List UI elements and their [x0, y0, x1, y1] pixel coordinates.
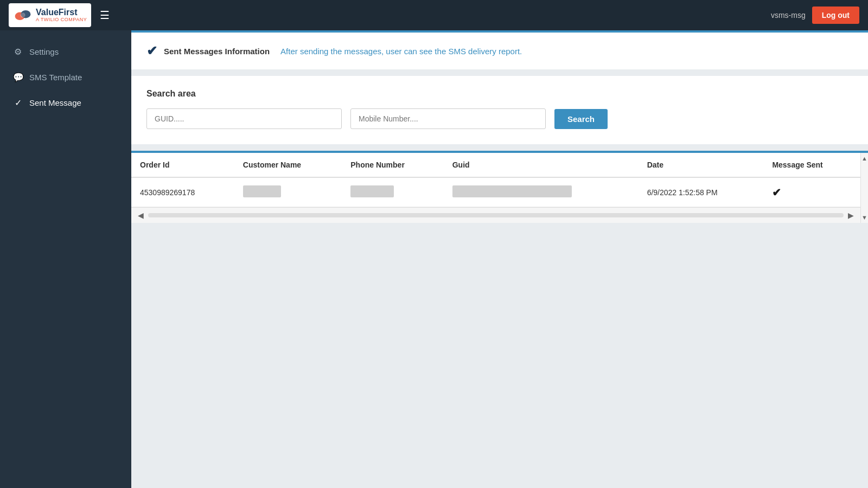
customer-name-redacted [243, 185, 281, 197]
svg-point-3 [21, 13, 25, 18]
logo-svg [13, 5, 33, 25]
sidebar-item-settings-label: Settings [29, 47, 59, 56]
search-card: Search area Search [131, 76, 868, 144]
settings-icon: ⚙ [13, 47, 23, 57]
col-phone-number: Phone Number [342, 153, 443, 177]
sms-template-icon: 💬 [13, 72, 23, 82]
col-guid: Guid [444, 153, 639, 177]
table-card: Order Id Customer Name Phone Number Guid… [131, 151, 868, 223]
info-banner: ✔ Sent Messages Information After sendin… [131, 30, 868, 69]
table-row: 4530989269178 [131, 177, 860, 207]
scroll-track[interactable] [148, 213, 844, 217]
sidebar-item-sent-message-label: Sent Message [29, 98, 81, 107]
table-wrapper: Order Id Customer Name Phone Number Guid… [131, 153, 860, 207]
main-layout: ⚙ Settings 💬 SMS Template ✓ Sent Message… [0, 30, 868, 488]
sidebar-item-sms-template[interactable]: 💬 SMS Template [0, 65, 131, 90]
col-order-id: Order Id [131, 153, 234, 177]
table-scroll-inner: Order Id Customer Name Phone Number Guid… [131, 153, 860, 223]
cell-order-id: 4530989269178 [131, 177, 234, 207]
table-header-row: Order Id Customer Name Phone Number Guid… [131, 153, 860, 177]
logo-text: ValueFirst A TWILIO COMPANY [36, 8, 87, 22]
vertical-scrollbar: ▲ ▼ [860, 153, 868, 223]
info-check-icon: ✔ [146, 43, 157, 59]
message-sent-check-icon: ✔ [772, 187, 781, 198]
navbar-left: ValueFirst A TWILIO COMPANY ☰ [9, 3, 110, 27]
hamburger-icon[interactable]: ☰ [100, 9, 110, 22]
logo-subtitle: A TWILIO COMPANY [36, 17, 87, 23]
username-label: vsms-msg [771, 11, 806, 20]
info-title: Sent Messages Information [164, 47, 270, 56]
sent-message-icon: ✓ [13, 98, 23, 108]
col-date: Date [639, 153, 764, 177]
scroll-left-arrow[interactable]: ◀ [136, 210, 146, 221]
table-with-scroll: Order Id Customer Name Phone Number Guid… [131, 153, 868, 223]
horizontal-scrollbar: ◀ ▶ [131, 207, 860, 223]
scroll-down-arrow[interactable]: ▼ [861, 214, 867, 221]
logo-title: ValueFirst [36, 8, 87, 17]
phone-number-redacted [350, 185, 394, 197]
cell-message-sent: ✔ [763, 177, 860, 207]
search-area-title: Search area [146, 89, 853, 99]
logout-button[interactable]: Log out [812, 7, 859, 24]
col-message-sent: Message Sent [763, 153, 860, 177]
scroll-right-arrow[interactable]: ▶ [846, 210, 856, 221]
sidebar: ⚙ Settings 💬 SMS Template ✓ Sent Message [0, 30, 131, 488]
sidebar-item-settings[interactable]: ⚙ Settings [0, 39, 131, 65]
guid-input[interactable] [146, 108, 342, 129]
cell-phone-number [342, 177, 443, 207]
navbar: ValueFirst A TWILIO COMPANY ☰ vsms-msg L… [0, 0, 868, 30]
cell-guid [444, 177, 639, 207]
order-id-value: 4530989269178 [140, 188, 195, 197]
search-button[interactable]: Search [554, 109, 608, 129]
date-value: 6/9/2022 1:52:58 PM [647, 188, 718, 197]
guid-redacted [452, 185, 572, 197]
sent-messages-table: Order Id Customer Name Phone Number Guid… [131, 153, 860, 207]
info-description: After sending the messages, user can see… [280, 47, 522, 56]
navbar-right: vsms-msg Log out [771, 7, 859, 24]
mobile-number-input[interactable] [350, 108, 546, 129]
sidebar-item-sent-message[interactable]: ✓ Sent Message [0, 90, 131, 115]
cell-customer-name [234, 177, 342, 207]
content-area: ✔ Sent Messages Information After sendin… [131, 30, 868, 488]
search-row: Search [146, 108, 853, 129]
logo: ValueFirst A TWILIO COMPANY [9, 3, 91, 27]
col-customer-name: Customer Name [234, 153, 342, 177]
sidebar-item-sms-template-label: SMS Template [29, 73, 82, 82]
scroll-up-arrow[interactable]: ▲ [861, 155, 867, 162]
cell-date: 6/9/2022 1:52:58 PM [639, 177, 764, 207]
